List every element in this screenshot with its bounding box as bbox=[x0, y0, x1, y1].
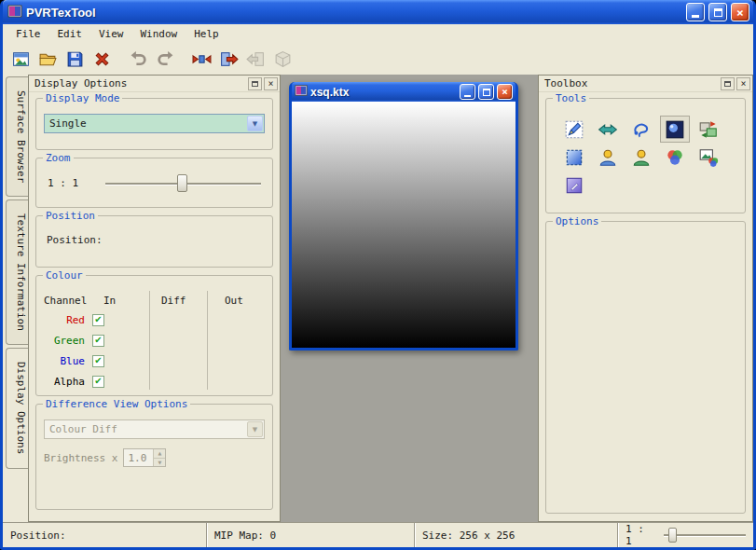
tool-user-2-button[interactable] bbox=[626, 144, 656, 171]
tab-display-options[interactable]: Display Options bbox=[6, 348, 28, 468]
diff-mode-value: Colour Diff bbox=[49, 423, 247, 435]
close-button[interactable]: × bbox=[731, 3, 749, 21]
group-title-colour: Colour bbox=[43, 269, 86, 282]
minimize-icon bbox=[692, 15, 699, 18]
menu-window[interactable]: Window bbox=[132, 26, 186, 43]
status-zoom: 1 : 1 bbox=[617, 523, 753, 547]
document-window: xsq.ktx × bbox=[289, 82, 518, 351]
document-icon-image bbox=[295, 84, 308, 97]
green-in-checkbox[interactable]: ✔ bbox=[92, 335, 104, 347]
tab-texture-information[interactable]: Texture Information bbox=[6, 199, 28, 345]
undo-button[interactable] bbox=[125, 47, 151, 73]
toolbox-body: Tools bbox=[539, 92, 752, 521]
toolbox-panel-header[interactable]: Toolbox × bbox=[539, 76, 752, 92]
tool-draw-button[interactable] bbox=[559, 172, 589, 199]
menubar: File Edit View Window Help bbox=[3, 24, 753, 44]
redo-icon bbox=[156, 49, 175, 69]
tool-sphere-button[interactable] bbox=[660, 116, 690, 143]
titlebar[interactable]: PVRTexTool × bbox=[3, 0, 753, 24]
tool-cycle-button[interactable] bbox=[694, 116, 723, 143]
tool-image-color-button[interactable] bbox=[694, 144, 723, 171]
alpha-in-checkbox[interactable]: ✔ bbox=[92, 376, 104, 388]
tool-pencil-button[interactable] bbox=[559, 116, 589, 143]
toolbar bbox=[3, 44, 753, 75]
display-mode-dropdown-button[interactable]: ▼ bbox=[247, 116, 263, 131]
group-title-display-mode: Display Mode bbox=[43, 92, 122, 104]
document-minimize-button[interactable] bbox=[460, 84, 475, 100]
compress-button[interactable] bbox=[188, 47, 214, 73]
check-icon: ✔ bbox=[94, 356, 102, 365]
open-button[interactable] bbox=[34, 47, 61, 73]
texture-view[interactable] bbox=[292, 102, 515, 348]
tool-lasso-button[interactable] bbox=[626, 116, 656, 143]
main-area: Surface Browser Texture Information Disp… bbox=[3, 75, 753, 522]
compress-icon bbox=[192, 49, 212, 69]
lasso-icon bbox=[631, 119, 652, 140]
toolbox-panel: Toolbox × Tools bbox=[538, 75, 753, 522]
close-file-icon bbox=[92, 49, 112, 69]
sphere-icon bbox=[665, 119, 685, 140]
undo-icon bbox=[129, 49, 148, 69]
tab-surface-browser[interactable]: Surface Browser bbox=[6, 76, 28, 197]
cube-icon bbox=[273, 49, 293, 69]
document-close-button[interactable]: × bbox=[497, 84, 513, 100]
status-zoom-slider[interactable] bbox=[662, 526, 748, 544]
tool-selection-button[interactable] bbox=[559, 144, 589, 171]
user-2-icon bbox=[631, 147, 652, 168]
app-icon[interactable] bbox=[7, 4, 22, 21]
pencil-icon bbox=[564, 119, 584, 140]
menu-help[interactable]: Help bbox=[186, 26, 227, 43]
maximize-button[interactable] bbox=[708, 3, 727, 21]
panel-title: Display Options bbox=[34, 77, 246, 89]
menu-file[interactable]: File bbox=[7, 26, 49, 43]
status-size-text: Size: 256 x 256 bbox=[422, 529, 515, 542]
column-divider bbox=[207, 291, 208, 390]
zoom-slider-handle[interactable] bbox=[177, 174, 187, 192]
new-image-button[interactable] bbox=[7, 47, 34, 73]
tool-swap-button[interactable] bbox=[593, 116, 623, 143]
close-toolbox-button[interactable]: × bbox=[736, 77, 750, 90]
save-icon bbox=[65, 49, 85, 69]
header-channel: Channel bbox=[44, 295, 103, 307]
float-panel-button[interactable] bbox=[248, 77, 262, 90]
display-mode-select[interactable]: Single ▼ bbox=[44, 114, 265, 133]
color-wheel-icon bbox=[665, 147, 685, 168]
redo-button[interactable] bbox=[152, 47, 178, 73]
channel-row-green: Green ✔ bbox=[44, 330, 265, 351]
user-icon bbox=[598, 147, 618, 168]
menu-edit[interactable]: Edit bbox=[49, 26, 91, 43]
status-zoom-slider-handle[interactable] bbox=[668, 528, 677, 543]
float-icon bbox=[724, 81, 731, 87]
document-titlebar[interactable]: xsq.ktx × bbox=[292, 82, 515, 102]
channel-row-alpha: Alpha ✔ bbox=[44, 371, 265, 392]
group-title-zoom: Zoom bbox=[43, 152, 74, 164]
float-toolbox-button[interactable] bbox=[721, 77, 735, 90]
colour-group: Colour Channel In Diff Out Red ✔ bbox=[35, 275, 273, 396]
close-panel-button[interactable]: × bbox=[264, 77, 278, 90]
diff-mode-dropdown-button: ▼ bbox=[247, 421, 263, 437]
tool-color-wheel-button[interactable] bbox=[660, 144, 690, 171]
app-window: PVRTexTool × File Edit View Window Help bbox=[0, 0, 756, 550]
colour-table: Channel In Diff Out Red ✔ Green ✔ bbox=[44, 291, 265, 392]
image-color-icon bbox=[698, 147, 719, 168]
display-options-panel-header[interactable]: Display Options × bbox=[29, 76, 280, 92]
blue-in-checkbox[interactable]: ✔ bbox=[92, 355, 104, 367]
close-file-button[interactable] bbox=[89, 47, 115, 73]
maximize-icon bbox=[714, 8, 722, 17]
menu-view[interactable]: View bbox=[90, 26, 132, 43]
status-position: Position: bbox=[3, 523, 206, 547]
statusbar: Position: MIP Map: 0 Size: 256 x 256 1 :… bbox=[3, 522, 753, 547]
save-button[interactable] bbox=[62, 47, 88, 73]
document-maximize-button[interactable] bbox=[478, 84, 494, 100]
close-icon: × bbox=[502, 87, 508, 97]
group-title-options: Options bbox=[553, 215, 601, 227]
zoom-slider[interactable] bbox=[103, 173, 263, 193]
export-button[interactable] bbox=[215, 47, 241, 73]
brightness-label: Brightness x bbox=[44, 452, 117, 464]
display-options-panel: Display Options × Display Mode Single ▼ … bbox=[28, 75, 281, 522]
tool-user-button[interactable] bbox=[593, 144, 623, 171]
minimize-button[interactable] bbox=[686, 3, 705, 21]
brightness-row: Brightness x 1.0 ▲ ▼ bbox=[44, 448, 265, 467]
zoom-row: 1 : 1 bbox=[44, 173, 265, 193]
red-in-checkbox[interactable]: ✔ bbox=[92, 314, 104, 326]
